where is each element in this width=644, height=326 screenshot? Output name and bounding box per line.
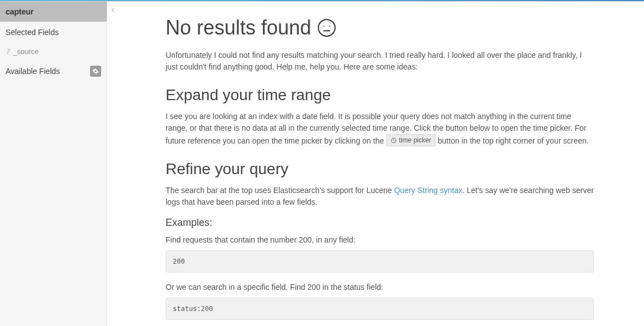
- page-title-text: No results found: [166, 16, 311, 39]
- available-fields-heading: Available Fields: [6, 67, 60, 76]
- query-string-syntax-link[interactable]: Query String syntax: [394, 186, 462, 195]
- example-2-label: Or we can search in a specific field. Fi…: [166, 281, 594, 293]
- svg-point-1: [323, 26, 325, 27]
- field-type-icon: ?: [6, 48, 9, 56]
- sidebar-collapse-gutter: [107, 2, 118, 326]
- svg-point-2: [330, 26, 331, 27]
- time-picker-button[interactable]: time picker: [386, 134, 436, 146]
- refine-text-1: The search bar at the top uses Elasticse…: [166, 186, 394, 195]
- chevron-left-icon: [109, 7, 116, 13]
- gear-icon: [92, 68, 99, 75]
- svg-point-0: [318, 19, 335, 36]
- time-picker-label: time picker: [399, 135, 431, 145]
- expand-text-2: button in the top right corner of your s…: [438, 136, 589, 145]
- refine-query-heading: Refine your query: [166, 160, 594, 178]
- meh-face-icon: [317, 18, 337, 38]
- clock-icon: [391, 137, 397, 144]
- expand-time-heading: Expand your time range: [166, 86, 594, 104]
- sidebar: capteur Selected Fields ? _source Availa…: [0, 2, 107, 326]
- selected-fields-heading: Selected Fields: [0, 22, 107, 43]
- field-settings-button[interactable]: [90, 66, 101, 77]
- example-1-code: 200: [166, 250, 594, 273]
- field-name-label: _source: [13, 47, 38, 56]
- expand-time-paragraph: I see you are looking at an index with a…: [166, 111, 594, 147]
- intro-text: Unfortunately I could not find any resul…: [166, 50, 594, 73]
- refine-query-paragraph: The search bar at the top uses Elasticse…: [166, 185, 594, 208]
- page-title: No results found: [166, 16, 594, 39]
- sidebar-collapse-button[interactable]: [109, 6, 116, 326]
- index-selector[interactable]: capteur: [0, 2, 107, 22]
- field-item-source[interactable]: ? _source: [0, 43, 107, 60]
- main-content: No results found Unfortunately I could n…: [118, 2, 644, 326]
- layout: capteur Selected Fields ? _source Availa…: [0, 2, 644, 326]
- example-2-code: status:200: [166, 298, 594, 320]
- examples-heading: Examples:: [166, 217, 594, 229]
- example-1-label: Find requests that contain the number 20…: [166, 234, 594, 246]
